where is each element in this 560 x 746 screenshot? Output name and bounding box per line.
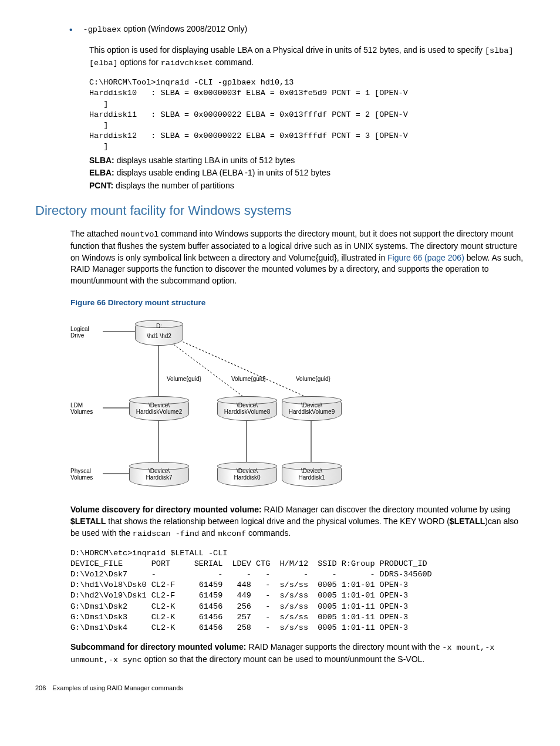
text: command. <box>213 58 254 67</box>
label-physical-volumes: Physcal Volumes <box>70 468 93 481</box>
volume-discovery-paragraph: Volume discovery for directory mounted v… <box>70 504 525 539</box>
section-heading: Directory mount facility for Windows sys… <box>35 202 525 220</box>
text: RAID Manager supports the directory moun… <box>246 642 442 652</box>
bullet-dot: • <box>69 23 73 36</box>
label: Subcommand for directory mounted volume: <box>70 642 246 652</box>
cylinder-hd0: \Device\ Harddisk0 <box>217 462 277 487</box>
label-volguid-1: Volume{guid} <box>167 376 201 382</box>
code: raidscan -find <box>133 529 199 538</box>
label: ELBA: <box>89 168 114 177</box>
text: \Device\ Harddisk7 <box>130 468 188 481</box>
code: raidvchkset <box>161 59 213 67</box>
text: and <box>199 528 217 538</box>
definition-elba: ELBA: displays usable ending LBA (ELBA -… <box>89 167 525 179</box>
option-code: -gplbaex <box>83 25 122 34</box>
text: displays usable starting LBA in units of… <box>114 156 295 165</box>
label: PCNT: <box>89 181 113 190</box>
subcommand-paragraph: Subcommand for directory mounted volume:… <box>70 642 525 666</box>
code-block-gplbaex: C:\HORCM\Tool>inqraid -CLI -gplbaex hd10… <box>89 77 525 153</box>
keyword: $LETALL <box>70 517 106 526</box>
svg-line-2 <box>174 345 247 399</box>
svg-line-3 <box>180 340 311 399</box>
code-block-letall: D:\HORCM\etc>inqraid $LETALL -CLI DEVICE… <box>70 548 525 634</box>
label-volguid-2: Volume{guid} <box>231 376 266 382</box>
text: that shows the relationship between logi… <box>106 517 449 526</box>
figure-diagram: Logical Drive D: \hd1 \hd2 Volume{guid} … <box>70 314 364 496</box>
text: \hd1 \hd2 <box>136 333 183 339</box>
text: D: <box>136 323 183 329</box>
label: SLBA: <box>89 156 114 165</box>
cylinder-d-drive: D: \hd1 \hd2 <box>135 320 183 346</box>
text: RAID Manager can discover the directory … <box>262 505 510 514</box>
cylinder-hd7: \Device\ Harddisk7 <box>129 462 189 487</box>
text: option so that the directory mount can b… <box>142 654 425 664</box>
label-volguid-3: Volume{guid} <box>296 376 330 382</box>
label-logical-drive: Logical Drive <box>70 326 89 339</box>
page-footer: 206 Examples of using RAID Manager comma… <box>35 684 525 693</box>
text: \Device\ HarddiskVolume8 <box>218 402 276 415</box>
cylinder-hdv9: \Device\ HarddiskVolume9 <box>282 396 342 421</box>
code: mkconf <box>217 529 246 538</box>
text: \Device\ Harddisk0 <box>218 468 276 481</box>
keyword: $LETALL <box>450 517 485 526</box>
text: \Device\ HarddiskVolume2 <box>130 402 188 415</box>
code: mountvol <box>121 230 159 239</box>
text: commands. <box>246 528 291 538</box>
figure-caption: Figure 66 Directory mount structure <box>70 298 525 309</box>
figure-link[interactable]: Figure 66 (page 206) <box>387 253 464 262</box>
text: The attached <box>70 229 121 238</box>
text: \Device\ Harddisk1 <box>282 468 341 481</box>
cylinder-hdv2: \Device\ HarddiskVolume2 <box>129 396 189 421</box>
label-ldm-volumes: LDM Volumes <box>70 402 93 415</box>
text: This option is used for displaying usabl… <box>89 45 485 55</box>
section-paragraph: The attached mountvol command into Windo… <box>70 228 525 286</box>
bullet-item: • -gplbaex option (Windows 2008/2012 Onl… <box>69 23 525 36</box>
cylinder-hd1: \Device\ Harddisk1 <box>282 462 342 487</box>
definition-pcnt: PCNT: displays the number of partitions <box>89 180 525 192</box>
text: displays the number of partitions <box>113 181 234 190</box>
text: \Device\ HarddiskVolume9 <box>282 402 341 415</box>
text: options for <box>118 58 161 67</box>
cylinder-hdv8: \Device\ HarddiskVolume8 <box>217 396 277 421</box>
option-suffix: option (Windows 2008/2012 Only) <box>121 24 247 33</box>
text: displays usable ending LBA (ELBA -1) in … <box>114 168 330 177</box>
label: Volume discovery for directory mounted v… <box>70 505 262 514</box>
option-description: This option is used for displaying usabl… <box>89 45 525 69</box>
definition-slba: SLBA: displays usable starting LBA in un… <box>89 155 525 167</box>
